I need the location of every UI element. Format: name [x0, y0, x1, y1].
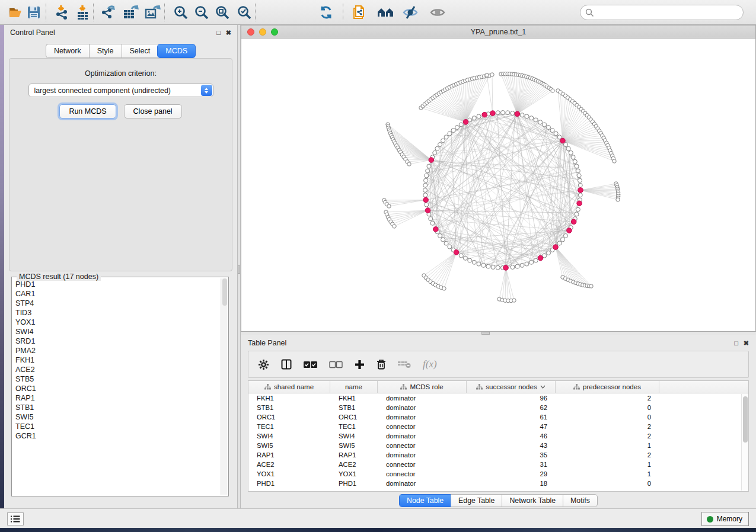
table-cell-role[interactable]: dominator — [378, 404, 467, 411]
refresh-layout-icon[interactable] — [316, 2, 336, 23]
graph-node[interactable] — [486, 264, 490, 268]
graph-node[interactable] — [496, 265, 500, 270]
run-mcds-button[interactable]: Run MCDS — [59, 104, 116, 118]
graph-edge[interactable] — [492, 75, 493, 113]
export-table-icon[interactable] — [120, 2, 141, 23]
table-cell-successors[interactable]: 62 — [467, 404, 556, 411]
table-cell-shared_name[interactable]: STB1 — [248, 404, 330, 411]
deselect-all-icon[interactable] — [329, 361, 343, 368]
table-row[interactable]: FKH1FKH1dominator962 — [248, 393, 748, 403]
graph-edge[interactable] — [393, 210, 428, 224]
table-cell-shared_name[interactable]: ACE2 — [248, 461, 330, 468]
table-cell-shared_name[interactable]: FKH1 — [248, 395, 330, 402]
graph-satellite-node[interactable] — [393, 225, 396, 228]
mcds-result-item[interactable]: SRD1 — [15, 336, 220, 346]
delete-table-icon[interactable] — [398, 360, 411, 368]
delete-column-icon[interactable] — [377, 359, 386, 370]
graph-node[interactable] — [560, 238, 564, 242]
graph-edge[interactable] — [465, 122, 468, 259]
table-cell-successors[interactable]: 61 — [467, 414, 556, 421]
graph-mcds-node[interactable] — [425, 208, 430, 213]
table-cell-name[interactable]: SWI4 — [330, 432, 378, 440]
graph-edge[interactable] — [503, 74, 518, 114]
graph-node[interactable] — [444, 135, 448, 139]
table-cell-name[interactable]: FKH1 — [330, 395, 378, 402]
save-session-icon[interactable] — [24, 2, 44, 23]
graph-edge[interactable] — [499, 268, 506, 299]
table-cell-role[interactable]: connector — [378, 470, 467, 477]
table-cell-role[interactable]: connector — [378, 461, 467, 468]
graph-mcds-node[interactable] — [423, 197, 429, 203]
graph-edge[interactable] — [435, 97, 465, 122]
table-cell-predecessors[interactable]: 0 — [556, 404, 659, 411]
mcds-result-item[interactable]: RAP1 — [15, 393, 220, 403]
graph-node[interactable] — [554, 132, 558, 136]
graph-node[interactable] — [429, 217, 433, 221]
graph-node[interactable] — [566, 146, 570, 150]
graph-node[interactable] — [423, 193, 428, 197]
graph-node[interactable] — [534, 258, 538, 262]
graph-node[interactable] — [451, 129, 455, 133]
graph-node[interactable] — [472, 260, 476, 264]
table-cell-predecessors[interactable]: 2 — [556, 432, 659, 440]
graph-node[interactable] — [455, 126, 460, 130]
graph-node[interactable] — [529, 260, 534, 264]
graph-node[interactable] — [435, 146, 439, 150]
tab-edge-table[interactable]: Edge Table — [451, 494, 502, 507]
export-network-icon[interactable] — [98, 2, 118, 23]
graph-mcds-node[interactable] — [567, 228, 572, 233]
graph-node[interactable] — [520, 263, 524, 267]
graph-edge[interactable] — [506, 268, 511, 301]
mcds-result-item[interactable]: ORC1 — [15, 384, 220, 393]
graph-edge[interactable] — [580, 190, 618, 196]
graph-mcds-node[interactable] — [578, 188, 583, 193]
close-panel-button[interactable]: Close panel — [124, 104, 182, 118]
graph-satellite-node[interactable] — [407, 162, 411, 166]
graph-node[interactable] — [477, 262, 481, 266]
graph-node[interactable] — [444, 241, 448, 245]
graph-node[interactable] — [575, 164, 579, 168]
column-header-name[interactable]: name — [330, 381, 378, 393]
graph-node[interactable] — [468, 258, 472, 262]
table-cell-role[interactable]: connector — [378, 423, 467, 430]
graph-node[interactable] — [569, 150, 573, 155]
graph-node[interactable] — [438, 233, 442, 238]
graph-node[interactable] — [423, 183, 428, 187]
graph-edge[interactable] — [517, 79, 534, 114]
table-cell-successors[interactable]: 47 — [467, 423, 556, 430]
graph-satellite-node[interactable] — [442, 287, 446, 290]
graph-edge[interactable] — [438, 252, 456, 286]
mcds-result-list[interactable]: PHD1CAR1STP4TID3YOX1SWI4SRD1PMA2FKH1ACE2… — [15, 280, 220, 495]
mcds-result-item[interactable]: PHD1 — [15, 280, 220, 289]
graph-node[interactable] — [557, 241, 562, 245]
graph-mcds-node[interactable] — [490, 111, 496, 116]
graph-edge[interactable] — [444, 252, 457, 289]
graph-satellite-node[interactable] — [589, 284, 593, 288]
graph-node[interactable] — [472, 116, 476, 120]
mcds-result-item[interactable]: TID3 — [15, 308, 220, 318]
table-cell-role[interactable]: dominator — [378, 395, 467, 402]
export-image-icon[interactable] — [142, 2, 162, 23]
table-row[interactable]: SWI5SWI5connector431 — [248, 441, 748, 450]
hide-selected-icon[interactable] — [400, 2, 420, 23]
graph-node[interactable] — [433, 150, 437, 155]
close-panel-icon[interactable]: ✖ — [744, 340, 749, 347]
graph-node[interactable] — [427, 164, 431, 168]
graph-edge[interactable] — [387, 200, 426, 204]
table-row[interactable]: ACE2ACE2connector311 — [248, 460, 748, 469]
mcds-result-item[interactable]: PMA2 — [15, 346, 220, 355]
graph-node[interactable] — [543, 123, 547, 127]
graph-node[interactable] — [459, 254, 463, 258]
graph-node[interactable] — [550, 129, 554, 133]
table-cell-predecessors[interactable]: 0 — [556, 414, 659, 421]
zoom-fit-icon[interactable] — [212, 2, 232, 23]
graph-node[interactable] — [506, 111, 510, 115]
graph-node[interactable] — [459, 123, 463, 127]
graph-node[interactable] — [578, 178, 582, 182]
table-cell-shared_name[interactable]: YOX1 — [248, 470, 330, 477]
table-cell-role[interactable]: dominator — [378, 451, 467, 459]
table-row[interactable]: PHD1PHD1dominator180 — [248, 479, 748, 488]
graph-node[interactable] — [576, 169, 580, 173]
table-cell-name[interactable]: ACE2 — [330, 461, 378, 468]
function-builder-icon[interactable]: f(x) — [423, 358, 437, 370]
